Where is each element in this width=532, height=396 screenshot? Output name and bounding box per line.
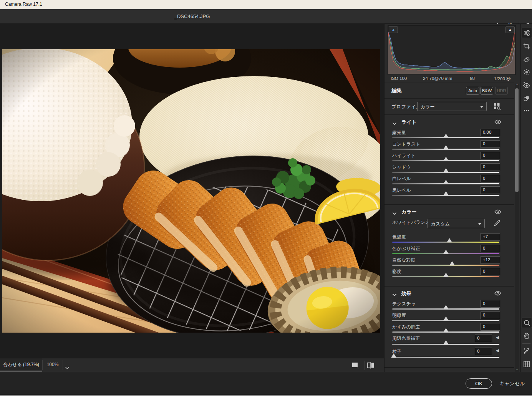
slider-thumb[interactable] — [391, 353, 396, 358]
slider-track[interactable] — [392, 357, 499, 358]
slider-thumb[interactable] — [443, 273, 449, 277]
cancel-button[interactable]: キャンセル — [499, 380, 525, 387]
slider-value-box[interactable]: 0 — [475, 335, 492, 342]
flyout-arrow-icon[interactable]: ◀ — [496, 348, 499, 353]
section-visibility-toggle[interactable] — [494, 119, 501, 126]
slider-track[interactable] — [392, 253, 499, 254]
profile-browser-button[interactable] — [493, 103, 501, 112]
tool-sampler[interactable] — [522, 346, 531, 356]
panel-scrollbar[interactable]: ⌃ ⌄ — [515, 84, 519, 372]
slider-thumb[interactable] — [443, 305, 449, 309]
slider-track[interactable] — [392, 276, 499, 277]
slider-thumb[interactable] — [443, 180, 449, 184]
collapse-chevron[interactable] — [392, 210, 397, 217]
shadow-clip-toggle[interactable]: ▲ — [389, 27, 398, 33]
chevron-down-icon — [65, 366, 70, 369]
slider-thumb[interactable] — [443, 168, 449, 172]
collapse-chevron[interactable] — [392, 291, 397, 298]
slider-value-box[interactable]: 0 — [481, 300, 500, 308]
camera-raw-window: Camera Raw 17.1 _DSC4654.JPG ⚙ — [0, 0, 532, 396]
slider-track[interactable] — [392, 160, 499, 161]
slider-thumb[interactable] — [443, 145, 449, 149]
tool-edit[interactable] — [522, 28, 532, 38]
slider-track[interactable] — [392, 137, 499, 138]
photo-preview[interactable] — [2, 49, 380, 333]
scroll-up-arrow[interactable]: ⌃ — [515, 84, 519, 88]
slider-track[interactable] — [392, 331, 499, 333]
slider-track[interactable] — [392, 242, 499, 243]
tool-presets[interactable] — [522, 93, 531, 103]
slider-value-box[interactable]: +12 — [481, 256, 500, 264]
tool-crop[interactable] — [522, 41, 531, 51]
white-balance-eyedropper[interactable] — [493, 219, 501, 229]
slider-thumb[interactable] — [443, 134, 449, 138]
image-canvas[interactable] — [0, 24, 384, 358]
zoom-100-tab[interactable]: 100% — [43, 358, 63, 371]
slider-thumb[interactable] — [443, 157, 449, 161]
tool-grid[interactable] — [522, 359, 531, 369]
slider-thumb[interactable] — [449, 261, 455, 265]
slider-thumb[interactable] — [443, 191, 449, 196]
tool-zoom[interactable] — [522, 318, 532, 328]
tab-divider — [63, 360, 63, 370]
slider-label: 露光量 — [392, 129, 406, 136]
tool-more[interactable] — [522, 106, 531, 115]
slider-track[interactable] — [392, 320, 499, 321]
highlight-clip-toggle[interactable]: ▲ — [505, 27, 515, 33]
slider-label: 周辺光量補正 — [392, 335, 420, 342]
tool-hand[interactable] — [522, 331, 531, 340]
tool-redeye[interactable] — [522, 80, 531, 90]
auto-button[interactable]: Auto — [466, 87, 479, 94]
slider-track[interactable] — [392, 149, 499, 150]
aperture-value: f/8 — [470, 76, 475, 81]
slider-value-box[interactable]: 0 — [481, 175, 500, 182]
slider-track[interactable] — [392, 308, 499, 310]
slider-row: 彩度0 — [384, 267, 514, 279]
white-balance-select[interactable]: カスタム — [428, 219, 485, 228]
slider-value-box[interactable]: 0 — [481, 268, 500, 275]
scrollbar-thumb[interactable] — [515, 88, 519, 192]
section-visibility-toggle[interactable] — [494, 290, 501, 297]
profile-select[interactable]: カラー — [417, 102, 487, 111]
slider-value-box[interactable]: 0.00 — [481, 129, 500, 136]
slider-track[interactable] — [392, 183, 499, 184]
tool-mask[interactable] — [522, 67, 531, 77]
hdr-button[interactable]: HDR — [495, 87, 508, 94]
slider-track[interactable] — [392, 195, 499, 196]
fit-zoom-tab[interactable]: 合わせる (19.7%) — [0, 358, 42, 371]
slider-track[interactable] — [392, 344, 499, 345]
crop-icon — [523, 42, 530, 50]
scroll-down-arrow[interactable]: ⌄ — [515, 367, 519, 372]
slider-track[interactable] — [392, 172, 499, 173]
ok-button[interactable]: OK — [466, 378, 492, 389]
slider-label: 色かぶり補正 — [392, 245, 420, 252]
slider-value-box[interactable]: 0 — [475, 348, 492, 355]
window-titlebar: Camera Raw 17.1 — [0, 0, 532, 9]
slider-thumb[interactable] — [443, 328, 449, 332]
collapse-chevron[interactable] — [392, 120, 397, 127]
section-visibility-toggle[interactable] — [494, 209, 501, 216]
action-bar: OK キャンセル — [0, 372, 532, 395]
slider-value-box[interactable]: 0 — [481, 245, 500, 252]
slider-value-box[interactable]: +7 — [481, 233, 500, 241]
slider-thumb[interactable] — [447, 238, 452, 242]
preview-mode-button[interactable] — [350, 361, 360, 369]
before-after-button[interactable] — [366, 361, 376, 369]
bw-button[interactable]: B&W — [481, 87, 493, 94]
tool-heal[interactable] — [522, 54, 531, 64]
flyout-arrow-icon[interactable]: ◀ — [496, 335, 499, 340]
slider-track[interactable] — [392, 265, 499, 266]
slider-value-box[interactable]: 0 — [481, 140, 500, 148]
iso-value: ISO 100 — [391, 76, 407, 81]
slider-thumb[interactable] — [443, 316, 449, 321]
slider-value-box[interactable]: 0 — [481, 163, 500, 171]
slider-thumb[interactable] — [443, 340, 449, 345]
slider-value-box[interactable]: 0 — [481, 323, 500, 331]
slider-value-box[interactable]: 0 — [481, 186, 500, 194]
slider-value-box[interactable]: 0 — [481, 152, 500, 159]
histogram[interactable]: ▲ ▲ — [388, 25, 516, 75]
zoom-options-button[interactable] — [65, 364, 70, 371]
slider-value-box[interactable]: 0 — [481, 311, 500, 319]
slider-thumb[interactable] — [443, 250, 449, 254]
presets-icon — [523, 94, 530, 102]
